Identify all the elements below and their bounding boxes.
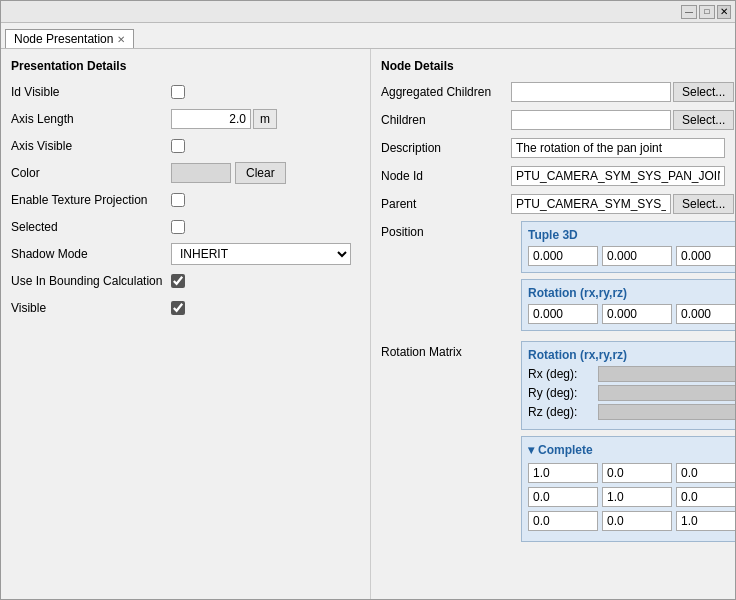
node-id-row: Node Id PTU_CAMERA_SYM_SYS_PAN_JOINT (381, 165, 725, 187)
tuple3d-x[interactable]: 0.000 (528, 246, 598, 266)
position-content: Tuple 3D 0.000 0.000 0.000 Rotation (rx,… (521, 221, 735, 337)
aggregated-children-label: Aggregated Children (381, 85, 511, 99)
node-id-label: Node Id (381, 169, 511, 183)
rx-label: Rx (deg): (528, 367, 598, 381)
complete-chevron-icon[interactable]: ▾ (528, 443, 534, 457)
matrix-r3c3[interactable]: 1.0 (676, 511, 735, 531)
axis-visible-row: Axis Visible (11, 135, 360, 157)
close-button[interactable]: ✕ (717, 5, 731, 19)
rotation1-x[interactable]: 0.000 (528, 304, 598, 324)
minimize-button[interactable]: — (681, 5, 697, 19)
tuple3d-y[interactable]: 0.000 (602, 246, 672, 266)
rotation-matrix-content: Rotation (rx,ry,rz) Rx (deg): Ry (deg): … (521, 341, 735, 548)
tab-label: Node Presentation (14, 32, 113, 46)
position-section: Position Tuple 3D 0.000 0.000 0.000 Rota… (381, 221, 725, 337)
tuple3d-fields: 0.000 0.000 0.000 (528, 246, 735, 266)
parent-row: Parent PTU_CAMERA_SYM_SYS_BASE_T Select.… (381, 193, 725, 215)
use-bounding-label: Use In Bounding Calculation (11, 274, 171, 288)
tab-bar: Node Presentation ✕ (1, 23, 735, 49)
rotation-matrix-label: Rotation Matrix (381, 341, 511, 359)
shadow-mode-row: Shadow Mode INHERIT CAST RECEIVE OFF (11, 243, 360, 265)
shadow-mode-select[interactable]: INHERIT CAST RECEIVE OFF (171, 243, 351, 265)
parent-input[interactable]: PTU_CAMERA_SYM_SYS_BASE_T (511, 194, 671, 214)
left-panel: Presentation Details Id Visible Axis Len… (1, 49, 371, 599)
rotation1-title: Rotation (rx,ry,rz) (528, 286, 735, 300)
ry-label: Ry (deg): (528, 386, 598, 400)
matrix-r3c1[interactable]: 0.0 (528, 511, 598, 531)
rx-row: Rx (deg): (528, 366, 735, 382)
right-panel: Node Details Aggregated Children Select.… (371, 49, 735, 599)
aggregated-children-input[interactable] (511, 82, 671, 102)
ry-row: Ry (deg): (528, 385, 735, 401)
rz-slider[interactable] (598, 404, 735, 420)
matrix-r2c1[interactable]: 0.0 (528, 487, 598, 507)
node-id-input[interactable]: PTU_CAMERA_SYM_SYS_PAN_JOINT (511, 166, 725, 186)
node-presentation-tab[interactable]: Node Presentation ✕ (5, 29, 134, 48)
matrix-r1c2[interactable]: 0.0 (602, 463, 672, 483)
enable-texture-label: Enable Texture Projection (11, 193, 171, 207)
selected-label: Selected (11, 220, 171, 234)
axis-length-label: Axis Length (11, 112, 171, 126)
clear-button[interactable]: Clear (235, 162, 286, 184)
content-area: Presentation Details Id Visible Axis Len… (1, 49, 735, 599)
parent-label: Parent (381, 197, 511, 211)
axis-visible-checkbox[interactable] (171, 139, 185, 153)
node-section-title: Node Details (381, 59, 725, 73)
enable-texture-checkbox[interactable] (171, 193, 185, 207)
visible-checkbox[interactable] (171, 301, 185, 315)
matrix-row2: 0.0 1.0 0.0 (528, 487, 735, 507)
rotation1-y[interactable]: 0.000 (602, 304, 672, 324)
rotation-matrix-section: Rotation Matrix Rotation (rx,ry,rz) Rx (… (381, 341, 725, 548)
matrix-r1c3[interactable]: 0.0 (676, 463, 735, 483)
rz-label: Rz (deg): (528, 405, 598, 419)
complete-label: Complete (538, 443, 593, 457)
window-controls: — □ ✕ (681, 5, 731, 19)
visible-label: Visible (11, 301, 171, 315)
visible-row: Visible (11, 297, 360, 319)
tab-close-icon[interactable]: ✕ (117, 34, 125, 45)
matrix-r2c2[interactable]: 1.0 (602, 487, 672, 507)
description-row: Description The rotation of the pan join… (381, 137, 725, 159)
use-bounding-row: Use In Bounding Calculation (11, 270, 360, 292)
tuple3d-z[interactable]: 0.000 (676, 246, 735, 266)
color-picker[interactable] (171, 163, 231, 183)
maximize-button[interactable]: □ (699, 5, 715, 19)
rotation1-fields: 0.000 0.000 0.000 (528, 304, 735, 324)
rotation2-box: Rotation (rx,ry,rz) Rx (deg): Ry (deg): … (521, 341, 735, 430)
rotation1-z[interactable]: 0.000 (676, 304, 735, 324)
matrix-row1: 1.0 0.0 0.0 (528, 463, 735, 483)
shadow-mode-label: Shadow Mode (11, 247, 171, 261)
complete-title: ▾ Complete (528, 443, 735, 457)
rotation2-title: Rotation (rx,ry,rz) (528, 348, 735, 362)
rotation1-box: Rotation (rx,ry,rz) 0.000 0.000 0.000 (521, 279, 735, 331)
enable-texture-row: Enable Texture Projection (11, 189, 360, 211)
rx-slider[interactable] (598, 366, 735, 382)
tuple3d-title: Tuple 3D (528, 228, 735, 242)
matrix-r1c1[interactable]: 1.0 (528, 463, 598, 483)
complete-box: ▾ Complete 1.0 0.0 0.0 0.0 1.0 0.0 (521, 436, 735, 542)
children-input[interactable] (511, 110, 671, 130)
matrix-r3c2[interactable]: 0.0 (602, 511, 672, 531)
aggregated-children-select-button[interactable]: Select... (673, 82, 734, 102)
id-visible-checkbox[interactable] (171, 85, 185, 99)
tuple3d-box: Tuple 3D 0.000 0.000 0.000 (521, 221, 735, 273)
position-label: Position (381, 221, 511, 239)
axis-length-controls: 2.0 m (171, 109, 277, 129)
color-label: Color (11, 166, 171, 180)
selected-checkbox[interactable] (171, 220, 185, 234)
axis-visible-label: Axis Visible (11, 139, 171, 153)
axis-length-unit: m (253, 109, 277, 129)
matrix-r2c3[interactable]: 0.0 (676, 487, 735, 507)
id-visible-label: Id Visible (11, 85, 171, 99)
ry-slider[interactable] (598, 385, 735, 401)
children-row: Children Select... (381, 109, 725, 131)
children-label: Children (381, 113, 511, 127)
main-window: — □ ✕ Node Presentation ✕ Presentation D… (0, 0, 736, 600)
color-row: Color Clear (11, 162, 360, 184)
description-input[interactable]: The rotation of the pan joint (511, 138, 725, 158)
children-select-button[interactable]: Select... (673, 110, 734, 130)
parent-select-button[interactable]: Select... (673, 194, 734, 214)
axis-length-input[interactable]: 2.0 (171, 109, 251, 129)
use-bounding-checkbox[interactable] (171, 274, 185, 288)
axis-length-row: Axis Length 2.0 m (11, 108, 360, 130)
